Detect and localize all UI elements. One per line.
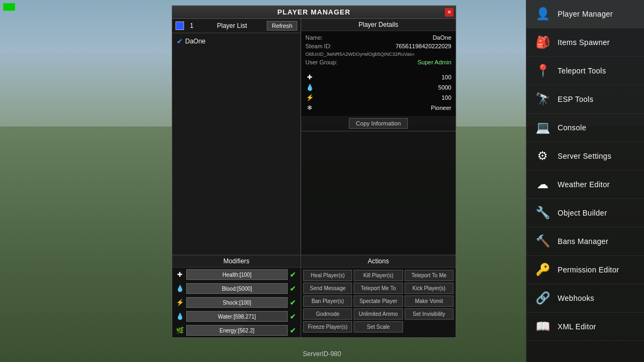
mod-icon-3: 💧 <box>175 313 184 320</box>
esp-tools-label: ESP Tools <box>558 95 594 104</box>
action-btn-1[interactable]: Kill Player(s) <box>354 270 402 281</box>
action-btn-6[interactable]: Ban Player(s) <box>303 295 352 307</box>
top-indicator <box>3 3 15 11</box>
modifiers-column: Modifiers ✚ Health:[100] ✔ 💧 Blood:[5000… <box>172 255 301 337</box>
blood-value: 5000 <box>438 84 451 91</box>
mod-bar-text-2: Shock:[100] <box>189 300 285 306</box>
sidebar-item-xml-editor[interactable]: 📖 XML Editor <box>526 313 644 341</box>
permission-editor-icon: 🔑 <box>533 260 552 279</box>
list-header: 1 Player List Refresh <box>172 19 301 33</box>
items-spawner-icon: 🎒 <box>533 33 552 52</box>
refresh-button[interactable]: Refresh <box>267 21 297 31</box>
mod-bar-1[interactable]: Blood:[5000] <box>186 283 288 294</box>
action-btn-12[interactable]: Freeze Player(s) <box>303 321 352 333</box>
sidebar-item-esp-tools[interactable]: 🔭 ESP Tools <box>526 85 644 114</box>
uid-value: OldUcID_3wNR5A2WDOyrwlOgb5QINC32RuVas= <box>305 51 415 57</box>
mod-bar-text-1: Blood:[5000] <box>189 286 285 292</box>
server-settings-label: Server Settings <box>558 152 611 160</box>
mod-bar-4[interactable]: Energy:[562.2] <box>186 325 288 336</box>
stat-shock: ⚡ 100 <box>305 93 451 102</box>
console-icon: 💻 <box>533 118 552 137</box>
usergroup-value: Super Admin <box>418 59 451 65</box>
sidebar: 👤 Player Manager 🎒 Items Spawner 📍 Telep… <box>526 0 644 362</box>
main-panel: PLAYER MANAGER ✕ 1 Player List Refresh ✔… <box>172 5 456 338</box>
modifiers-list: ✚ Health:[100] ✔ 💧 Blood:[5000] ✔ ⚡ Shoc… <box>172 268 301 337</box>
name-value: DaOne <box>433 34 451 41</box>
action-btn-13[interactable]: Set Scale <box>354 321 402 333</box>
panel-title: PLAYER MANAGER <box>177 8 451 16</box>
action-btn-11[interactable]: Set Invisibility <box>405 308 453 320</box>
shock-value: 100 <box>442 94 451 101</box>
steamid-value: 76561198420222029 <box>396 43 451 49</box>
extra-value: Pioneer <box>431 105 451 111</box>
name-row: Name: DaOne <box>305 34 451 41</box>
bans-manager-icon: 🔨 <box>533 232 552 251</box>
player-details-column: Player Details Name: DaOne Steam ID: 765… <box>301 19 456 255</box>
action-btn-2[interactable]: Teleport To Me <box>405 270 453 281</box>
sidebar-item-object-builder[interactable]: 🔧 Object Builder <box>526 199 644 227</box>
modifier-row-2: ⚡ Shock:[100] ✔ <box>172 295 301 309</box>
mod-bar-text-0: Health:[100] <box>189 272 285 278</box>
mod-icon-0: ✚ <box>175 271 184 278</box>
action-btn-3[interactable]: Send Message <box>303 283 352 294</box>
permission-editor-label: Permission Editor <box>558 265 619 274</box>
xml-editor-icon: 📖 <box>533 317 552 336</box>
action-btn-10[interactable]: Unlimited Ammo <box>354 308 402 320</box>
action-btn-7[interactable]: Spectate Player <box>354 295 402 307</box>
mod-check-0: ✔ <box>290 270 297 279</box>
details-section: Player Details Name: DaOne Steam ID: 765… <box>301 19 456 131</box>
bans-manager-label: Bans Manager <box>558 237 609 246</box>
blood-icon: 💧 <box>305 83 314 92</box>
header-num: 1 <box>186 22 197 29</box>
sidebar-item-teleport-tools[interactable]: 📍 Teleport Tools <box>526 57 644 85</box>
mod-icon-4: 🌿 <box>175 327 184 334</box>
player-manager-label: Player Manager <box>558 10 613 18</box>
sidebar-item-server-settings[interactable]: ⚙ Server Settings <box>526 142 644 171</box>
modifier-row-4: 🌿 Energy:[562.2] ✔ <box>172 323 301 337</box>
sidebar-item-console[interactable]: 💻 Console <box>526 114 644 142</box>
bottom-section: Modifiers ✚ Health:[100] ✔ 💧 Blood:[5000… <box>172 255 456 337</box>
mod-check-3: ✔ <box>290 312 297 321</box>
object-builder-label: Object Builder <box>558 209 607 217</box>
items-spawner-label: Items Spawner <box>558 38 610 47</box>
details-grid: Name: DaOne Steam ID: 76561198420222029 … <box>301 31 456 71</box>
sidebar-item-weather-editor[interactable]: ☁ Weather Editor <box>526 171 644 199</box>
modifiers-header: Modifiers <box>172 255 301 268</box>
console-label: Console <box>558 123 586 132</box>
sidebar-item-player-manager[interactable]: 👤 Player Manager <box>526 0 644 28</box>
server-id: ServerID-980 <box>303 350 341 358</box>
player-list-area: ✔ DaOne <box>172 33 301 255</box>
sidebar-item-bans-manager[interactable]: 🔨 Bans Manager <box>526 227 644 256</box>
panel-close-button[interactable]: ✕ <box>445 8 453 17</box>
action-buttons: Heal Player(s)Kill Player(s)Teleport To … <box>301 268 456 335</box>
mod-bar-2[interactable]: Shock:[100] <box>186 297 288 308</box>
action-btn-0[interactable]: Heal Player(s) <box>303 270 352 281</box>
player-details-header: Player Details <box>301 19 456 31</box>
action-btn-8[interactable]: Make Vomit <box>405 295 453 307</box>
extra-icon: ❄ <box>305 104 314 112</box>
sidebar-item-items-spawner[interactable]: 🎒 Items Spawner <box>526 28 644 57</box>
copy-info-button[interactable]: Copy Information <box>349 118 408 129</box>
mod-bar-0[interactable]: Health:[100] <box>186 269 288 280</box>
action-btn-9[interactable]: Godmode <box>303 308 352 320</box>
health-icon: ✚ <box>305 73 314 82</box>
modifier-row-3: 💧 Water:[598.271] ✔ <box>172 309 301 323</box>
panel-body: 1 Player List Refresh ✔ DaOne Player Det… <box>172 19 456 255</box>
weather-editor-icon: ☁ <box>533 175 552 194</box>
list-item[interactable]: ✔ DaOne <box>174 35 298 47</box>
panel-titlebar: PLAYER MANAGER ✕ <box>172 6 456 19</box>
usergroup-row: User Group: Super Admin <box>305 59 451 65</box>
action-btn-5[interactable]: Kick Player(s) <box>405 283 453 294</box>
sidebar-item-webhooks[interactable]: 🔗 Webhooks <box>526 284 644 313</box>
mod-bar-text-3: Water:[598.271] <box>189 314 285 320</box>
mod-bar-text-4: Energy:[562.2] <box>189 328 285 334</box>
action-btn-4[interactable]: Teleport Me To <box>354 283 402 294</box>
uid-row: OldUcID_3wNR5A2WDOyrwlOgb5QINC32RuVas= <box>305 51 451 57</box>
player-stats: ✚ 100 💧 5000 ⚡ 100 ❄ Pioneer <box>301 71 456 116</box>
sidebar-item-permission-editor[interactable]: 🔑 Permission Editor <box>526 256 644 284</box>
modifier-row-1: 💧 Blood:[5000] ✔ <box>172 282 301 295</box>
weather-editor-label: Weather Editor <box>558 180 610 189</box>
mod-bar-3[interactable]: Water:[598.271] <box>186 311 288 322</box>
header-player-list-label: Player List <box>199 22 265 29</box>
webhooks-icon: 🔗 <box>533 289 552 308</box>
